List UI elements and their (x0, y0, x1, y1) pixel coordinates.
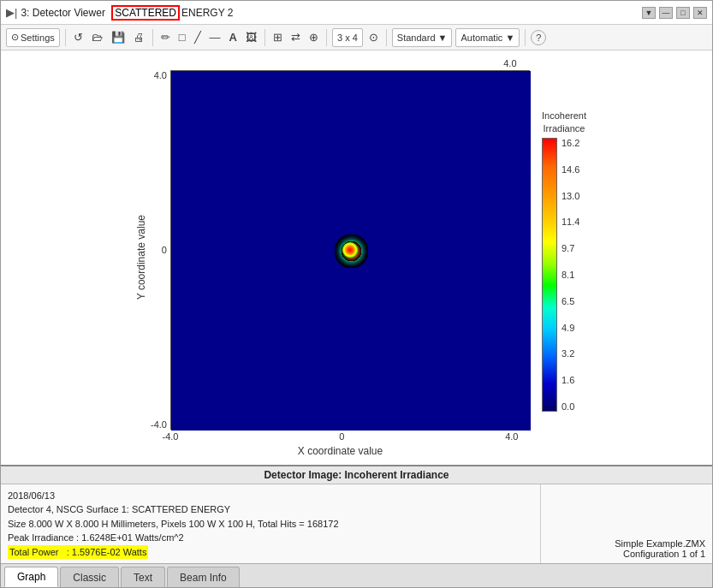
minimize-button[interactable]: — (659, 7, 673, 19)
title-suffix: ENERGY 2 (181, 7, 233, 19)
x-axis-label: X coordinate value (298, 445, 383, 457)
toolbar: ⊙ Settings ↺ 🗁 💾 🖨 ✏ □ ╱ — A 🖼 ⊞ ⇄ ⊕ 3 x… (1, 25, 712, 50)
window-title: 3: Detector Viewer SCATTERED ENERGY 2 (21, 5, 233, 21)
x-tick: 0 (339, 431, 344, 442)
colorbar-wrapper: 16.214.613.011.49.78.16.54.93.21.60.0 (542, 138, 579, 412)
main-content: Y coordinate value 4.0 4.00-4.0 (1, 50, 712, 465)
save-icon[interactable]: 💾 (109, 29, 128, 45)
x-tick: -4.0 (163, 431, 179, 442)
chart-with-axes: 4.0 4.00-4.0 (151, 58, 530, 457)
tab-bar: GraphClassicTextBeam Info (1, 563, 712, 587)
toolbar-separator-1 (65, 29, 66, 46)
info-right: Simple Example.ZMX Configuration 1 of 1 (541, 484, 712, 564)
line-icon[interactable]: ╱ (192, 29, 204, 45)
grid-label: 3 x 4 (337, 33, 358, 43)
y-tick: -4.0 (151, 419, 167, 430)
colorbar-label: 1.6 (561, 375, 579, 385)
y-ticks: 4.00-4.0 (151, 70, 170, 430)
grid-expand-icon[interactable]: ⊞ (270, 29, 285, 45)
image-icon[interactable]: 🖼 (243, 29, 259, 45)
title-controls: ▼ — □ ✕ (642, 7, 707, 19)
info-line4-label: Total Power (9, 547, 58, 557)
info-panel: Detector Image: Incoherent Irradiance 20… (1, 465, 712, 564)
toolbar-separator-6 (525, 29, 526, 46)
title-bar: ▶| 3: Detector Viewer SCATTERED ENERGY 2… (1, 1, 712, 25)
colorbar-label: 3.2 (561, 348, 579, 359)
y-tick: 0 (162, 245, 167, 255)
chart-row: 4.00-4.0 (151, 70, 530, 430)
tab-graph[interactable]: Graph (4, 567, 58, 587)
standard-label: Standard ▼ (397, 33, 448, 43)
top-y-value: 4.0 (161, 58, 520, 68)
colorbar-label: 8.1 (561, 270, 579, 280)
y-axis-label: Y coordinate value (135, 215, 147, 300)
plot-area: Y coordinate value 4.0 4.00-4.0 (1, 50, 712, 465)
close-button[interactable]: ✕ (693, 7, 707, 19)
pin-button[interactable]: ▼ (642, 7, 656, 19)
main-window: ▶| 3: Detector Viewer SCATTERED ENERGY 2… (0, 0, 713, 588)
standard-button[interactable]: Standard ▼ (392, 28, 453, 47)
pencil-icon[interactable]: ✏ (158, 29, 173, 45)
info-line4: Total Power : 1.5976E-02 Watts (8, 545, 533, 560)
heatmap-canvas-wrapper (170, 70, 530, 430)
grid-size-button[interactable]: 3 x 4 (332, 28, 363, 47)
settings-button[interactable]: ⊙ Settings (6, 28, 60, 47)
title-prefix: 3: Detector Viewer (21, 7, 105, 19)
info-right-line1: Simple Example.ZMX (615, 538, 705, 549)
colorbar-label: 13.0 (561, 191, 579, 201)
colorbar-gradient (542, 138, 557, 412)
colorbar-label: 11.4 (561, 217, 579, 227)
settings-label: Settings (21, 33, 55, 43)
text-icon[interactable]: A (227, 29, 240, 45)
x-tick: 4.0 (505, 431, 518, 442)
info-line2: Size 8.000 W X 8.000 H Millimeters, Pixe… (8, 517, 533, 532)
toolbar-separator-3 (264, 29, 265, 46)
chart-container: Y coordinate value 4.0 4.00-4.0 (135, 58, 586, 457)
title-highlighted: SCATTERED (111, 5, 180, 21)
automatic-label: Automatic ▼ (460, 33, 514, 43)
info-left: 2018/06/13 Detector 4, NSCG Surface 1: S… (1, 484, 541, 564)
y-tick: 4.0 (154, 70, 167, 80)
help-icon[interactable]: ? (531, 30, 546, 45)
colorbar-label: 4.9 (561, 323, 579, 333)
info-right-text: Simple Example.ZMX Configuration 1 of 1 (615, 538, 705, 559)
info-line1: Detector 4, NSCG Surface 1: SCATTERED EN… (8, 502, 533, 517)
info-line4-value: : 1.5976E-02 Watts (67, 547, 147, 557)
colorbar-label: 6.5 (561, 296, 579, 306)
dash-icon[interactable]: — (207, 29, 223, 45)
colorbar-labels: 16.214.613.011.49.78.16.54.93.21.60.0 (557, 138, 579, 412)
tab-classic[interactable]: Classic (60, 567, 119, 587)
toolbar-separator-5 (386, 29, 387, 46)
toolbar-separator-4 (326, 29, 327, 46)
info-line3: Peak Irradiance : 1.6248E+01 Watts/cm^2 (8, 531, 533, 545)
maximize-button[interactable]: □ (676, 7, 690, 19)
tab-text[interactable]: Text (121, 567, 165, 587)
colorbar-label: 0.0 (561, 401, 579, 412)
colorbar-label: 14.6 (561, 164, 579, 175)
clock-icon[interactable]: ⊙ (366, 29, 381, 45)
colorbar-label: 9.7 (561, 243, 579, 253)
colorbar-label: 16.2 (561, 138, 579, 148)
settings-icon: ⊙ (11, 32, 19, 43)
rect-icon[interactable]: □ (176, 29, 188, 45)
info-line4-content: Total Power : 1.5976E-02 Watts (8, 545, 148, 560)
info-body: 2018/06/13 Detector 4, NSCG Surface 1: S… (1, 484, 712, 564)
info-header: Detector Image: Incoherent Irradiance (1, 466, 712, 484)
layers-icon[interactable]: ⊕ (306, 29, 321, 45)
info-right-line2: Configuration 1 of 1 (615, 549, 705, 559)
arrows-icon[interactable]: ⇄ (288, 29, 303, 45)
automatic-button[interactable]: Automatic ▼ (455, 28, 520, 47)
tab-beam-info[interactable]: Beam Info (167, 567, 240, 587)
window-icon: ▶| (6, 6, 17, 19)
refresh-icon[interactable]: ↺ (71, 29, 86, 45)
colorbar-section: IncoherentIrradiance 16.214.613.011.49.7… (542, 103, 586, 412)
colorbar-title: IncoherentIrradiance (542, 110, 586, 134)
open-icon[interactable]: 🗁 (89, 29, 105, 45)
toolbar-separator-2 (152, 29, 153, 46)
x-ticks: -4.004.0 (161, 431, 520, 442)
heatmap-canvas (171, 71, 531, 431)
info-date: 2018/06/13 (8, 489, 533, 503)
print-icon[interactable]: 🖨 (131, 29, 147, 45)
